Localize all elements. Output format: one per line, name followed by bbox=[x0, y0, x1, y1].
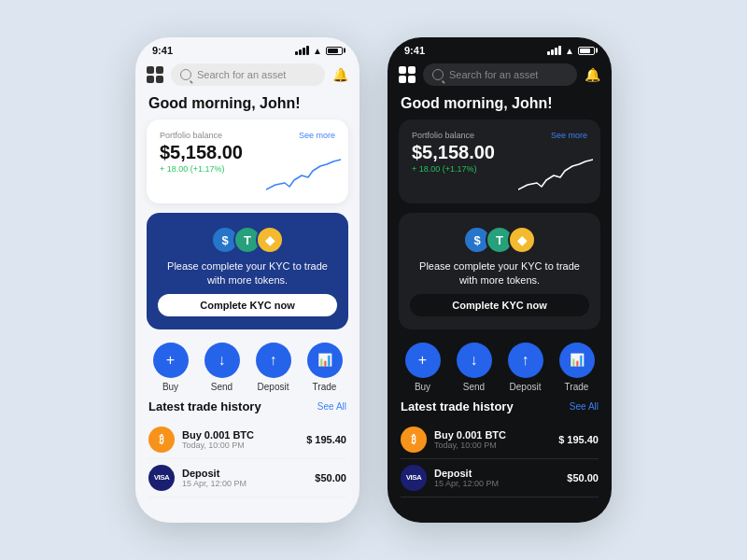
token-bnb-light: ◆ bbox=[256, 226, 284, 254]
trade-history-light: Latest trade history See All ₿ Buy 0.001… bbox=[135, 399, 359, 523]
deposit-label-light: Deposit bbox=[258, 382, 289, 392]
battery-icon bbox=[326, 47, 343, 55]
trade-amount-btc-dark: $ 195.40 bbox=[558, 434, 599, 445]
kyc-button-light[interactable]: Complete KYC now bbox=[158, 294, 337, 316]
history-header-light: Latest trade history See All bbox=[148, 399, 346, 413]
send-icon-dark: ↓ bbox=[457, 343, 492, 378]
portfolio-card-light: Portfolio balance See more $5,158.00 + 1… bbox=[147, 119, 348, 203]
trade-icon-light: 📊 bbox=[307, 343, 343, 378]
trade-name-btc-light: Buy 0.001 BTC bbox=[182, 429, 299, 441]
trade-item-btc-dark[interactable]: ₿ Buy 0.001 BTC Today, 10:00 PM $ 195.40 bbox=[401, 421, 599, 459]
trade-date-visa-dark: 15 Apr, 12:00 PM bbox=[434, 479, 559, 488]
trade-name-visa-dark: Deposit bbox=[434, 468, 559, 479]
buy-label-light: Buy bbox=[162, 382, 178, 392]
see-all-dark[interactable]: See All bbox=[570, 401, 599, 412]
kyc-button-dark[interactable]: Complete KYC now bbox=[410, 294, 589, 316]
trade-label-light: Trade bbox=[313, 382, 337, 392]
buy-icon-dark: + bbox=[405, 343, 441, 378]
trade-info-btc-dark: Buy 0.001 BTC Today, 10:00 PM bbox=[434, 429, 551, 450]
trade-date-btc-dark: Today, 10:00 PM bbox=[434, 441, 551, 450]
trade-info-visa-dark: Deposit 15 Apr, 12:00 PM bbox=[434, 468, 559, 488]
search-row-light: Search for an asset 🔔 bbox=[135, 60, 359, 93]
trade-icon-dark: 📊 bbox=[559, 343, 595, 378]
phone-light: 9:41 ▲ Search for an asset 🔔 Good mornin… bbox=[135, 37, 359, 523]
greeting-light: Good morning, John! bbox=[135, 93, 359, 119]
search-placeholder-dark: Search for an asset bbox=[449, 69, 538, 80]
search-icon-light bbox=[180, 69, 191, 80]
kyc-text-light: Please complete your KYC to tradewith mo… bbox=[167, 259, 328, 288]
action-send-dark[interactable]: ↓ Send bbox=[457, 343, 492, 392]
trade-item-visa-dark[interactable]: VISA Deposit 15 Apr, 12:00 PM $50.00 bbox=[401, 459, 599, 497]
kyc-banner-light: $ T ◆ Please complete your KYC to tradew… bbox=[147, 213, 348, 329]
trade-name-btc-dark: Buy 0.001 BTC bbox=[434, 429, 551, 441]
status-time-light: 9:41 bbox=[152, 45, 173, 56]
status-icons-light: ▲ bbox=[295, 46, 343, 56]
action-trade-light[interactable]: 📊 Trade bbox=[307, 343, 343, 392]
trade-label-dark: Trade bbox=[565, 382, 589, 392]
history-title-light: Latest trade history bbox=[148, 399, 261, 413]
kyc-banner-dark: $ T ◆ Please complete your KYC to tradew… bbox=[399, 213, 600, 329]
trade-amount-visa-dark: $50.00 bbox=[567, 472, 599, 483]
trade-item-visa-light[interactable]: VISA Deposit 15 Apr, 12:00 PM $50.00 bbox=[148, 459, 346, 497]
btc-icon-dark: ₿ bbox=[401, 427, 427, 453]
kyc-text-dark: Please complete your KYC to tradewith mo… bbox=[419, 259, 580, 288]
trade-amount-btc-light: $ 195.40 bbox=[306, 434, 346, 445]
token-icons-dark: $ T ◆ bbox=[463, 226, 536, 254]
grid-icon-light[interactable] bbox=[147, 66, 163, 83]
portfolio-label-light: Portfolio balance bbox=[160, 131, 222, 140]
trade-name-visa-light: Deposit bbox=[182, 468, 307, 479]
deposit-icon-dark: ↑ bbox=[508, 343, 543, 378]
mini-chart-light bbox=[266, 157, 341, 194]
see-more-light[interactable]: See more bbox=[299, 131, 335, 140]
signal-bars-dark bbox=[547, 46, 561, 55]
status-bar-dark: 9:41 ▲ bbox=[388, 37, 612, 60]
action-buy-light[interactable]: + Buy bbox=[153, 343, 189, 392]
deposit-icon-light: ↑ bbox=[256, 343, 291, 378]
search-placeholder-light: Search for an asset bbox=[197, 69, 286, 80]
battery-icon-dark bbox=[578, 47, 595, 55]
search-box-dark[interactable]: Search for an asset bbox=[423, 63, 577, 86]
wifi-icon-dark: ▲ bbox=[565, 46, 574, 56]
visa-icon-light: VISA bbox=[148, 465, 175, 491]
action-trade-dark[interactable]: 📊 Trade bbox=[559, 343, 595, 392]
see-more-dark[interactable]: See more bbox=[551, 131, 587, 140]
mini-chart-dark bbox=[518, 157, 593, 194]
search-icon-dark bbox=[432, 69, 444, 80]
send-icon-light: ↓ bbox=[204, 343, 240, 378]
portfolio-top-dark: Portfolio balance See more bbox=[412, 131, 587, 140]
portfolio-top-light: Portfolio balance See more bbox=[160, 131, 335, 140]
history-title-dark: Latest trade history bbox=[401, 399, 514, 413]
portfolio-card-dark: Portfolio balance See more $5,158.00 + 1… bbox=[399, 119, 600, 203]
trade-amount-visa-light: $50.00 bbox=[315, 472, 346, 483]
trade-info-btc-light: Buy 0.001 BTC Today, 10:00 PM bbox=[182, 429, 299, 450]
trade-item-btc-light[interactable]: ₿ Buy 0.001 BTC Today, 10:00 PM $ 195.40 bbox=[148, 421, 346, 459]
see-all-light[interactable]: See All bbox=[317, 401, 346, 412]
visa-icon-dark: VISA bbox=[401, 465, 427, 491]
deposit-label-dark: Deposit bbox=[510, 382, 542, 392]
actions-dark: + Buy ↓ Send ↑ Deposit 📊 Trade bbox=[388, 339, 612, 399]
trade-info-visa-light: Deposit 15 Apr, 12:00 PM bbox=[182, 468, 307, 488]
bell-icon-light[interactable]: 🔔 bbox=[332, 67, 348, 82]
status-time-dark: 9:41 bbox=[404, 45, 425, 56]
trade-date-btc-light: Today, 10:00 PM bbox=[182, 441, 299, 450]
greeting-dark: Good morning, John! bbox=[388, 93, 612, 119]
action-deposit-light[interactable]: ↑ Deposit bbox=[256, 343, 291, 392]
token-bnb-dark: ◆ bbox=[508, 226, 536, 254]
action-buy-dark[interactable]: + Buy bbox=[405, 343, 441, 392]
status-icons-dark: ▲ bbox=[547, 46, 595, 56]
portfolio-label-dark: Portfolio balance bbox=[412, 131, 474, 140]
btc-icon-light: ₿ bbox=[148, 427, 175, 453]
action-deposit-dark[interactable]: ↑ Deposit bbox=[508, 343, 543, 392]
send-label-light: Send bbox=[211, 382, 233, 392]
search-row-dark: Search for an asset 🔔 bbox=[388, 60, 612, 93]
grid-icon-dark[interactable] bbox=[399, 66, 416, 83]
status-bar-light: 9:41 ▲ bbox=[135, 37, 359, 60]
action-send-light[interactable]: ↓ Send bbox=[204, 343, 240, 392]
bell-icon-dark[interactable]: 🔔 bbox=[585, 67, 600, 82]
trade-date-visa-light: 15 Apr, 12:00 PM bbox=[182, 479, 307, 488]
send-label-dark: Send bbox=[463, 382, 485, 392]
token-icons-light: $ T ◆ bbox=[211, 226, 284, 254]
actions-light: + Buy ↓ Send ↑ Deposit 📊 Trade bbox=[135, 339, 359, 399]
buy-icon-light: + bbox=[153, 343, 189, 378]
search-box-light[interactable]: Search for an asset bbox=[171, 63, 325, 86]
